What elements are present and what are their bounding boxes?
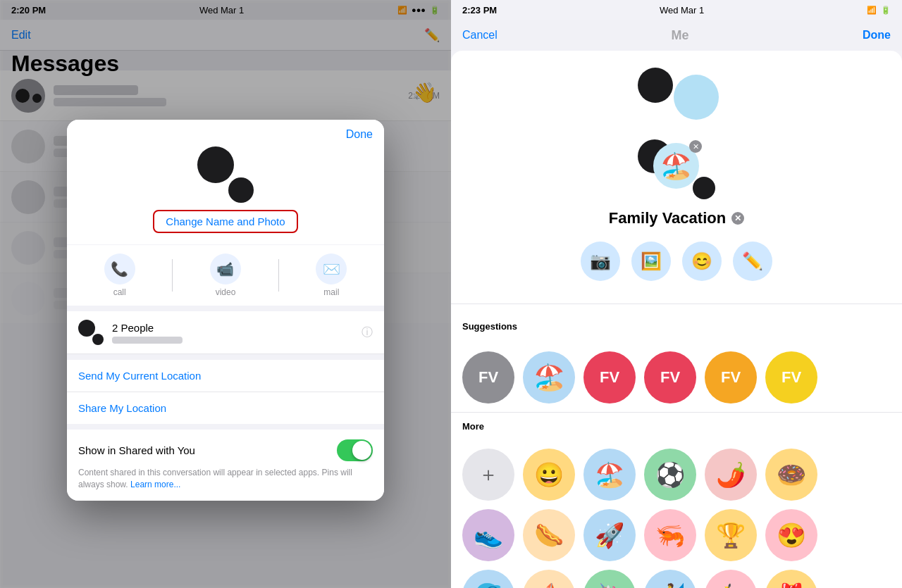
more-row-3: 🐬 ⛵ 🦄 🏄 🛵 🎁: [451, 570, 902, 588]
suggestion-label: FV: [600, 368, 619, 387]
more-row-1: ＋ 😀 🏖️ ⚽ 🌶️ 🍩: [451, 449, 902, 501]
mail-label: mail: [323, 287, 339, 297]
suggestion-item[interactable]: FV: [583, 351, 636, 404]
more-item[interactable]: 🌶️: [705, 449, 757, 501]
mail-action-button[interactable]: ✉️ mail: [279, 254, 384, 297]
name-clear-button[interactable]: ✕: [731, 212, 744, 225]
picker-avatar-big: [638, 68, 673, 103]
people-avatar-small: [92, 334, 104, 345]
suggestion-label: FV: [478, 368, 498, 387]
video-label: video: [216, 287, 236, 297]
modal-header: Done: [67, 120, 384, 141]
suggestion-item[interactable]: FV: [462, 351, 514, 404]
picker-action-row: 📷 🖼️ 😊 ✏️: [581, 242, 772, 281]
more-item[interactable]: 🎁: [765, 570, 817, 588]
picker-stacked-avatars: 🏖️ ✕: [638, 139, 715, 199]
people-avatar: [78, 320, 104, 345]
group-info-modal: Done Change Name and Photo 📞 call 📹: [67, 120, 384, 501]
more-label: More: [451, 418, 902, 440]
more-item[interactable]: 😍: [765, 509, 817, 561]
people-count: 2 People: [112, 322, 362, 334]
shared-description: Content shared in this conversation will…: [78, 467, 373, 491]
time-right: 2:23 PM: [462, 5, 497, 15]
remove-emoji-badge[interactable]: ✕: [689, 140, 702, 153]
nav-bar-right: Cancel Me Done: [451, 20, 902, 51]
camera-action-button[interactable]: 📷: [581, 242, 620, 281]
date-right: Wed Mar 1: [660, 5, 704, 15]
shared-toggle[interactable]: [337, 439, 373, 461]
picker-dot-2: [693, 177, 715, 199]
picker-avatar-section: 🏖️ ✕ Family Vacation ✕ 📷 🖼️ 😊 ✏️: [451, 51, 902, 298]
more-item[interactable]: 🌭: [523, 509, 575, 561]
status-bar-right: 2:23 PM Wed Mar 1 📶 🔋: [451, 0, 902, 20]
more-item[interactable]: 👟: [462, 509, 514, 561]
group-name-display: Family Vacation ✕: [609, 209, 744, 227]
change-name-photo-button[interactable]: Change Name and Photo: [153, 210, 297, 233]
more-item[interactable]: ⚽: [644, 449, 696, 501]
more-row-2: 👟 🌭 🚀 🦐 🏆 😍: [451, 509, 902, 561]
more-item[interactable]: 🦄: [583, 570, 636, 588]
more-item[interactable]: 🏆: [705, 509, 757, 561]
wifi-icon-right: 📶: [867, 6, 877, 15]
more-item[interactable]: 🏖️: [583, 449, 636, 501]
more-item[interactable]: 🛵: [705, 570, 757, 588]
messages-title-partial: Me: [671, 28, 688, 43]
group-avatar: [197, 146, 254, 203]
video-icon: 📹: [210, 254, 241, 284]
people-chevron-icon: ⓘ: [362, 325, 373, 340]
call-action-button[interactable]: 📞 call: [67, 254, 172, 297]
modal-avatar-section: Change Name and Photo: [67, 141, 384, 244]
more-item[interactable]: 🚀: [583, 509, 636, 561]
suggestion-item[interactable]: FV: [705, 351, 757, 404]
call-label: call: [113, 287, 126, 297]
add-more-button[interactable]: ＋: [462, 449, 514, 501]
picker-beach-circle: 🏖️ ✕: [653, 143, 699, 189]
edit-action-button[interactable]: ✏️: [733, 242, 772, 281]
modal-actions: 📞 call 📹 video ✉️ mail: [67, 245, 384, 306]
modal-overlay: Done Change Name and Photo 📞 call 📹: [0, 0, 451, 588]
more-item[interactable]: ⛵: [523, 570, 575, 588]
suggestion-label: FV: [660, 368, 680, 387]
video-action-button[interactable]: 📹 video: [173, 254, 278, 297]
photos-action-button[interactable]: 🖼️: [631, 242, 671, 281]
mail-icon: ✉️: [316, 254, 347, 284]
avatar-big: [197, 146, 234, 183]
group-name-text: Family Vacation: [609, 209, 726, 227]
toggle-thumb: [352, 441, 371, 460]
right-panel: 2:23 PM Wed Mar 1 📶 🔋 Cancel Me Done: [451, 0, 902, 588]
left-panel: 2:20 PM Wed Mar 1 📶 ●●● 🔋 Edit ✏️ Messag…: [0, 0, 451, 588]
people-info: 2 People: [112, 322, 362, 344]
status-icons-right: 📶 🔋: [867, 6, 891, 15]
suggestion-label: FV: [781, 368, 801, 387]
more-item[interactable]: 😀: [523, 449, 575, 501]
divider-2: [451, 412, 902, 413]
suggestion-item[interactable]: FV: [644, 351, 696, 404]
shared-with-you-section: Show in Shared with You Content shared i…: [67, 430, 384, 501]
avatar-small: [228, 177, 254, 203]
share-location-button[interactable]: Share My Location: [67, 392, 384, 424]
suggestions-label: Suggestions: [462, 321, 891, 332]
people-row[interactable]: 2 People ⓘ: [67, 311, 384, 354]
people-section: 2 People ⓘ: [67, 311, 384, 354]
suggestion-label: FV: [721, 368, 741, 387]
shared-row: Show in Shared with You: [78, 439, 373, 461]
suggestion-item[interactable]: 🏖️: [523, 351, 575, 404]
send-location-button[interactable]: Send My Current Location: [67, 360, 384, 392]
people-names: [112, 337, 183, 344]
modal-done-button[interactable]: Done: [346, 128, 373, 141]
call-icon: 📞: [104, 254, 135, 284]
memoji-action-button[interactable]: 😊: [682, 242, 722, 281]
picker-avatar-emoji: [674, 75, 719, 120]
more-item[interactable]: 🏄: [644, 570, 696, 588]
battery-icon-right: 🔋: [881, 6, 891, 15]
more-item[interactable]: 🍩: [765, 449, 817, 501]
people-avatar-big: [78, 320, 95, 337]
cancel-button[interactable]: Cancel: [462, 29, 498, 42]
more-item[interactable]: 🐬: [462, 570, 514, 588]
learn-more-link[interactable]: Learn more...: [130, 480, 180, 489]
suggestions-row: FV 🏖️ FV FV FV FV: [451, 351, 902, 404]
done-button-right[interactable]: Done: [863, 29, 891, 42]
more-section: More ＋ 😀 🏖️ ⚽ 🌶️ 🍩 👟 🌭 🚀 🦐 🏆 😍: [451, 418, 902, 588]
more-item[interactable]: 🦐: [644, 509, 696, 561]
suggestion-item[interactable]: FV: [765, 351, 817, 404]
